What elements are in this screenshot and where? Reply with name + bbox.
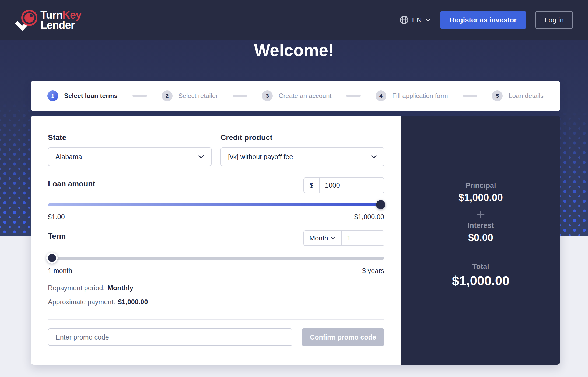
step-1-label: Select loan terms <box>64 92 118 100</box>
promo-divider <box>48 319 384 320</box>
page-title: Welcome! <box>0 40 588 60</box>
term-slider[interactable] <box>48 253 384 263</box>
turnkey-lender-logo[interactable]: TurnKey Lender <box>15 9 81 31</box>
language-switcher[interactable]: EN <box>400 15 431 25</box>
principal-value: $1,000.00 <box>401 192 560 203</box>
chevron-down-icon <box>198 155 204 159</box>
principal-label: Principal <box>401 181 560 190</box>
term-slider-track[interactable] <box>48 257 384 260</box>
approximate-payment-label: Approximate payment: <box>48 298 115 306</box>
step-4-badge: 4 <box>376 90 386 101</box>
term-range-labels: 1 month 3 years <box>48 267 384 275</box>
halftone-dots-right <box>560 109 588 236</box>
confirm-promo-code-button[interactable]: Confirm promo code <box>302 328 384 346</box>
interest-value: $0.00 <box>401 232 560 243</box>
step-select-retailer: 2 Select retailer <box>162 90 218 101</box>
term-value-input[interactable] <box>342 231 384 245</box>
step-connector <box>463 95 477 97</box>
loan-calculator-card: State Credit product Alabama [vk] withou… <box>31 116 560 365</box>
credit-product-select[interactable]: [vk] without payoff fee <box>220 147 384 166</box>
credit-product-select-value: [vk] without payoff fee <box>228 153 293 161</box>
step-select-loan-terms: 1 Select loan terms <box>47 90 118 101</box>
loan-amount-max-label: $1,000.00 <box>354 213 384 221</box>
chevron-down-icon <box>425 18 431 22</box>
loan-summary-panel: Principal $1,000.00 + Interest $0.00 Tot… <box>401 116 560 365</box>
step-connector <box>233 95 247 97</box>
progress-stepper: 1 Select loan terms 2 Select retailer 3 … <box>31 81 560 111</box>
state-label: State <box>48 133 66 142</box>
top-navbar: TurnKey Lender EN Register as investor L… <box>0 0 588 40</box>
brand-wordmark: TurnKey Lender <box>40 10 81 30</box>
term-slider-thumb[interactable] <box>46 252 58 264</box>
step-fill-application-form: 4 Fill application form <box>376 90 448 101</box>
brand-lender: Lender <box>40 19 75 31</box>
step-3-badge: 3 <box>262 90 273 101</box>
plus-icon: + <box>401 207 560 222</box>
loan-amount-slider-thumb[interactable] <box>376 200 385 209</box>
halftone-dots-left <box>0 101 32 236</box>
header-actions: EN Register as investor Log in <box>400 11 573 29</box>
term-min-label: 1 month <box>48 267 72 275</box>
credit-product-label: Credit product <box>220 133 272 142</box>
login-button[interactable]: Log in <box>536 11 573 29</box>
loan-amount-range-labels: $1.00 $1,000.00 <box>48 213 384 221</box>
term-unit-value: Month <box>309 234 328 242</box>
step-5-label: Loan details <box>509 92 543 100</box>
key-check-logo-icon <box>15 9 38 31</box>
approximate-payment-line: Approximate payment:$1,000.00 <box>48 298 148 306</box>
loan-amount-label: Loan amount <box>48 180 95 188</box>
step-2-label: Select retailer <box>178 92 218 100</box>
language-code: EN <box>412 16 422 24</box>
total-value: $1,000.00 <box>401 273 560 288</box>
step-connector <box>132 95 147 97</box>
step-connector <box>346 95 361 97</box>
approximate-payment-value: $1,000.00 <box>118 298 148 306</box>
loan-amount-input[interactable] <box>320 178 384 193</box>
loan-amount-slider-track[interactable] <box>48 203 384 206</box>
globe-icon <box>400 15 409 25</box>
loan-amount-slider[interactable] <box>48 200 384 210</box>
summary-divider <box>419 256 543 256</box>
step-1-badge: 1 <box>47 90 58 101</box>
term-input-group: Month <box>303 230 384 246</box>
step-4-label: Fill application form <box>392 92 448 100</box>
currency-symbol: $ <box>304 178 320 193</box>
term-label: Term <box>48 232 66 240</box>
interest-label: Interest <box>401 221 560 230</box>
promo-code-input[interactable] <box>48 328 292 346</box>
step-2-badge: 2 <box>162 90 173 101</box>
repayment-period-line: Repayment period:Monthly <box>48 284 133 292</box>
loan-amount-min-label: $1.00 <box>48 213 65 221</box>
state-select[interactable]: Alabama <box>48 147 212 166</box>
step-create-account: 3 Create an account <box>262 90 331 101</box>
chevron-down-icon <box>331 236 336 240</box>
loan-amount-input-group: $ <box>303 177 384 193</box>
repayment-period-value: Monthly <box>107 284 133 292</box>
term-max-label: 3 years <box>362 267 384 275</box>
register-as-investor-button[interactable]: Register as investor <box>440 11 527 29</box>
term-unit-select[interactable]: Month <box>304 231 342 245</box>
step-5-badge: 5 <box>492 90 503 101</box>
chevron-down-icon <box>371 155 377 159</box>
step-3-label: Create an account <box>279 92 331 100</box>
state-select-value: Alabama <box>55 153 82 161</box>
total-label: Total <box>401 263 560 271</box>
loan-terms-form: State Credit product Alabama [vk] withou… <box>31 116 401 365</box>
step-loan-details: 5 Loan details <box>492 90 543 101</box>
repayment-period-label: Repayment period: <box>48 284 105 292</box>
